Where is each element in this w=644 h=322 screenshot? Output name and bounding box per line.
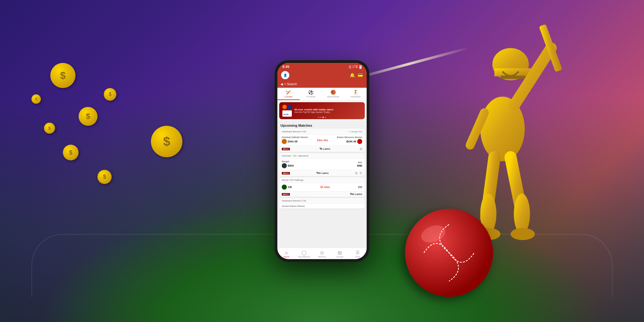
team2-info-3: CC <box>358 186 362 189</box>
match-league-4: Jharkhand Women's T20 <box>282 200 306 202</box>
team2-logo <box>357 139 362 144</box>
team2-abbr-2: MIB <box>357 164 363 167</box>
mega-badge-3: MEGA <box>282 193 290 196</box>
basketball-label: Basketball <box>327 95 339 98</box>
team2-row-2: MIB <box>357 164 363 167</box>
match-timer-3: 3h 54m <box>320 186 330 189</box>
tab-football[interactable]: ⚽ Football <box>300 88 322 100</box>
footer-icons-2: ⊞ ⚙ <box>355 171 362 175</box>
more-icon-2[interactable]: ⚙ <box>359 171 362 175</box>
team1-row: DHA-W <box>282 139 308 144</box>
nav-groups[interactable]: ▤ Groups <box>331 248 349 259</box>
home-icon: ⌂ <box>285 250 287 255</box>
prize-1: ₹8 Lakhs <box>319 147 330 150</box>
tab-basketball[interactable]: 🏀 Basketball <box>322 88 344 100</box>
coin-4: $ <box>97 170 112 184</box>
match-teams-4: Dumka Raisina Women <box>279 204 365 208</box>
match-card-3[interactable]: African T20 Challenge AR 3h 54m C <box>279 177 365 197</box>
wallet-icon[interactable]: 💳 <box>358 73 363 78</box>
football-label: Football <box>306 95 315 98</box>
banner-subtitle: Join the PayTM Vijay Hazare Trophy <box>294 111 362 113</box>
tab-handball[interactable]: 🤾 Handball <box>344 88 367 100</box>
feed-icon: ☰ <box>356 250 360 255</box>
cricket-label: Cricket <box>285 95 292 98</box>
match-card-2[interactable]: FanCode - T10 - Barcelona Bengali BEN Me… <box>279 153 365 176</box>
match-header-3: African T20 Challenge <box>279 177 365 183</box>
match-teams-2: Bengali BEN Men MIB <box>279 159 365 170</box>
coin-7: $ <box>31 94 41 104</box>
team1-row-2: BEN <box>282 163 294 168</box>
section-title: Upcoming Matches <box>277 121 367 129</box>
nav-winners[interactable]: ◎ Winners <box>313 248 331 259</box>
team1-abbr-2: BEN <box>288 164 294 167</box>
battery-icon: ▓ <box>359 65 362 69</box>
match-league-2: FanCode - T10 - Barcelona <box>282 155 308 157</box>
team1-row-3: AR <box>282 185 292 190</box>
my-matches-icon: ◯ <box>302 250 307 255</box>
banner-title: 50-over cricket with Indian stars! <box>294 108 362 111</box>
lineups-text: Lineups Out <box>350 130 362 133</box>
svg-point-13 <box>511 228 535 240</box>
phone-screen: 9:35 ||| LTE ▓ 👤 🔔 💳 ◀ <box>277 63 367 259</box>
team2-name-2: Men <box>358 161 362 164</box>
match-footer-2: MEGA ₹80 Lakhs ⊞ ⚙ <box>279 170 365 176</box>
team1-info-3: AR <box>282 185 292 190</box>
status-time: 9:35 <box>282 65 289 69</box>
lineups-icon: ✓ <box>348 130 350 133</box>
team1-logo-3 <box>282 185 287 190</box>
promo-banner[interactable]: PayTM 50-over cricket with Indian stars!… <box>279 102 365 119</box>
lineups-out-badge: ✓ Lineups Out <box>348 130 362 133</box>
prize-2: ₹80 Lakhs <box>316 172 329 175</box>
nav-home[interactable]: ⌂ Home <box>277 248 295 259</box>
dot-3 <box>323 117 324 118</box>
lte-label: LTE <box>353 65 358 69</box>
groups-label: Groups <box>336 256 343 258</box>
banner-logos: PayTM <box>282 105 292 117</box>
team2-abbr: BOK-W <box>347 140 357 143</box>
match-footer-1: MEGA ₹8 Lakhs ⊞ <box>279 146 365 152</box>
team1-name: Dhanbad Daffodils Women <box>282 136 308 138</box>
user-avatar[interactable]: 👤 <box>281 71 289 79</box>
add-icon[interactable]: ⊞ <box>360 147 362 151</box>
mega-badge-1: MEGA <box>282 148 290 150</box>
search-label[interactable]: < Search <box>284 82 297 86</box>
search-bar[interactable]: ◀ < Search <box>277 82 367 88</box>
status-bar: 9:35 ||| LTE ▓ <box>277 63 367 70</box>
match-teams-3: AR 3h 54m CC <box>279 183 365 191</box>
signal-icon: ||| <box>349 65 351 69</box>
footer-icons-1: ⊞ <box>360 147 362 151</box>
match-teams-1: Dhanbad Daffodils Women DHA-W 24m 43s Bo… <box>279 135 365 146</box>
team-logo-2 <box>287 105 292 109</box>
match-league-1: Jharkhand Women's T20 <box>282 130 306 133</box>
back-arrow[interactable]: ◀ <box>280 82 283 86</box>
status-icons: ||| LTE ▓ <box>349 65 362 69</box>
match-header-2: FanCode - T10 - Barcelona <box>279 153 365 159</box>
tab-cricket[interactable]: 🏏 Cricket <box>277 88 300 100</box>
team2-name: Bokaro Blossoms Women <box>337 136 362 138</box>
nav-my-matches[interactable]: ◯ My Matches <box>295 248 313 259</box>
notification-icon[interactable]: 🔔 <box>350 73 355 78</box>
team1-info: Dhanbad Daffodils Women DHA-W <box>282 136 308 144</box>
team-partial: Dumka Raisina Women <box>282 205 305 207</box>
coin-large: $ <box>151 126 182 157</box>
feed-label: Feed <box>355 256 360 258</box>
team2-abbr-3: CC <box>358 186 362 189</box>
match-card-1[interactable]: Jharkhand Women's T20 ✓ Lineups Out Dhan… <box>279 129 365 152</box>
sport-tabs: 🏏 Cricket ⚽ Football 🏀 Basketball 🤾 Hand… <box>277 88 367 100</box>
coin-5: $ <box>44 123 55 134</box>
handball-icon: 🤾 <box>353 90 358 95</box>
handball-label: Handball <box>351 95 361 98</box>
team1-logo <box>282 139 287 144</box>
add-icon-2[interactable]: ⊞ <box>355 171 358 175</box>
team1-abbr: DHA-W <box>288 140 297 143</box>
nav-feed[interactable]: ☰ Feed <box>349 248 367 259</box>
match-card-4[interactable]: Jharkhand Women's T20 Dumka Raisina Wome… <box>279 198 365 208</box>
svg-point-0 <box>419 222 448 246</box>
bottom-nav: ⌂ Home ◯ My Matches ◎ Winners ▤ Groups ☰ <box>277 248 367 259</box>
dot-2 <box>320 117 322 118</box>
home-label: Home <box>283 256 289 258</box>
coin-2: $ <box>79 107 97 126</box>
match-footer-3: MEGA ₹80 Lakhs <box>279 191 365 197</box>
basketball-icon: 🏀 <box>330 90 336 95</box>
phone: 9:35 ||| LTE ▓ 👤 🔔 💳 ◀ <box>275 60 369 262</box>
